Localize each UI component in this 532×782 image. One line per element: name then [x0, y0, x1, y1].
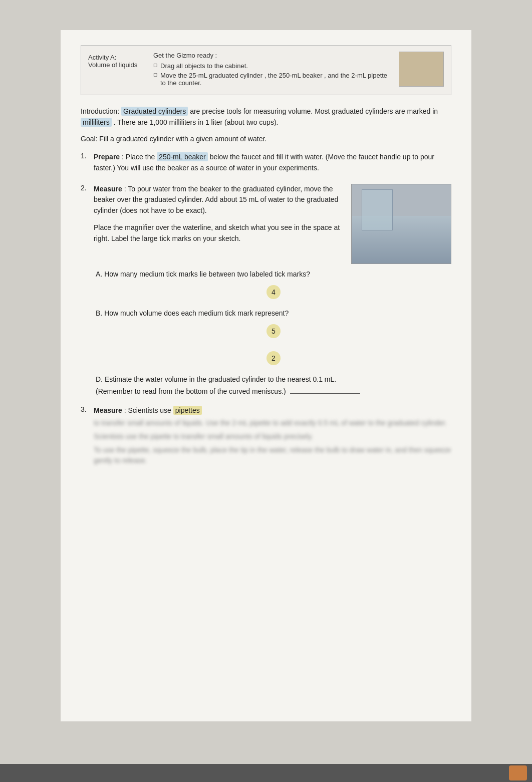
- step-3: 3. Measure : Scientists use pipettes to …: [81, 405, 451, 466]
- step-3-label: Measure: [94, 406, 122, 414]
- answer-bubble-a: 4: [267, 285, 281, 299]
- step-2-part2: Place the magnifier over the waterline, …: [94, 222, 343, 244]
- step-2: 2. Measure : To pour water from the beak…: [81, 184, 451, 395]
- step-3-blurred-content: to transfer small amounts of liquids. Us…: [94, 418, 451, 466]
- blurred-text-3: To use the pipette, squeeze the bulb, pl…: [94, 445, 451, 466]
- beaker-highlight: 250-mL beaker: [157, 152, 208, 161]
- sub-q-b-letter: B.: [96, 309, 102, 317]
- bottom-bar-button[interactable]: [509, 765, 527, 780]
- answer-bubble-b: 5: [267, 324, 281, 338]
- step-2-label: Measure: [94, 185, 122, 193]
- experiment-image: [351, 184, 451, 264]
- sub-q-d-note-text: (Remember to read from the bottom of the…: [96, 387, 286, 395]
- sub-q-a-answer-area: 4: [96, 282, 451, 302]
- gizmo-step-1: Drag all objects to the cabinet.: [153, 62, 394, 70]
- sub-question-d-header: D. Estimate the water volume in the grad…: [96, 375, 451, 383]
- sub-q-d-text: Estimate the water volume in the graduat…: [105, 375, 336, 383]
- step-2-number: 2.: [81, 184, 94, 216]
- sub-question-a: A. How many medium tick marks lie betwee…: [96, 270, 451, 302]
- sub-question-d: D. Estimate the water volume in the grad…: [96, 375, 451, 395]
- answer-bubble-c: 2: [267, 351, 281, 365]
- sub-question-b: B. How much volume does each medium tick…: [96, 309, 451, 341]
- goal-block: Goal: Fill a graduated cylinder with a g…: [81, 135, 451, 143]
- step-2-colon: : To pour water from the beaker to the g…: [94, 185, 338, 214]
- milliliters-highlight: milliliters: [81, 118, 112, 127]
- sub-q-d-letter: D.: [96, 375, 103, 383]
- sub-q-a-text: How many medium tick marks lie between t…: [104, 270, 310, 278]
- step-2-content: Measure : To pour water from the beaker …: [94, 184, 343, 216]
- introduction-block: Introduction: Graduated cylinders are pr…: [81, 106, 451, 128]
- intro-label: Introduction:: [81, 107, 119, 115]
- step-1-header: 1. Prepare : Place the 250-mL beaker bel…: [81, 152, 451, 173]
- sub-question-a-header: A. How many medium tick marks lie betwee…: [96, 270, 451, 278]
- gizmo-preview-image: [399, 52, 444, 87]
- gizmo-ready-box: Activity A: Volume of liquids Get the Gi…: [81, 45, 451, 95]
- step-2-with-image: 2. Measure : To pour water from the beak…: [81, 184, 451, 264]
- sub-q-c-answer-area: 2: [96, 348, 451, 368]
- intro-text-1: are precise tools for measuring volume. …: [190, 107, 438, 115]
- sub-questions: A. How many medium tick marks lie betwee…: [96, 270, 451, 395]
- gizmo-steps-list: Drag all objects to the cabinet. Move th…: [153, 62, 394, 87]
- goal-text: Goal: Fill a graduated cylinder with a g…: [81, 135, 267, 143]
- step-3-header: 3. Measure : Scientists use pipettes: [81, 405, 451, 416]
- activity-a-label: Activity A:: [88, 54, 153, 61]
- step-2-text-col: 2. Measure : To pour water from the beak…: [81, 184, 343, 264]
- step-3-number: 3.: [81, 405, 94, 416]
- graduated-cylinders-highlight: Graduated cylinders: [121, 107, 188, 116]
- step-2-header: 2. Measure : To pour water from the beak…: [81, 184, 343, 216]
- step-2-image-col: [351, 184, 451, 264]
- sub-q-b-text: How much volume does each medium tick ma…: [104, 309, 289, 317]
- step-1-colon: : Place the: [120, 153, 157, 161]
- step-3-content: Measure : Scientists use pipettes: [94, 405, 451, 416]
- step-1-number: 1.: [81, 152, 94, 173]
- blurred-text-1: to transfer small amounts of liquids. Us…: [94, 418, 451, 428]
- sub-q-b-answer-area: 5: [96, 321, 451, 341]
- sub-question-b-header: B. How much volume does each medium tick…: [96, 309, 451, 317]
- sub-question-c: 2: [96, 348, 451, 368]
- step-1: 1. Prepare : Place the 250-mL beaker bel…: [81, 152, 451, 173]
- main-page: Activity A: Volume of liquids Get the Gi…: [61, 30, 471, 721]
- bottom-bar: [0, 764, 532, 782]
- intro-text-2: . There are 1,000 milliliters in 1 liter…: [114, 118, 279, 126]
- activity-label: Activity A: Volume of liquids: [88, 52, 153, 89]
- get-ready-label: Get the Gizmo ready :: [153, 52, 394, 59]
- gizmo-step-2: Move the 25-mL graduated cylinder , the …: [153, 72, 394, 87]
- step-1-label: Prepare: [94, 153, 120, 161]
- pipettes-highlight: pipettes: [173, 406, 202, 415]
- answer-line-d: [290, 393, 360, 394]
- sub-q-a-letter: A.: [96, 270, 102, 278]
- blurred-text-2: Scientists use the pipette to transfer s…: [94, 431, 451, 442]
- gizmo-instructions: Get the Gizmo ready : Drag all objects t…: [153, 52, 394, 89]
- volume-label: Volume of liquids: [88, 61, 153, 69]
- sub-q-d-note: (Remember to read from the bottom of the…: [96, 387, 451, 395]
- step-3-colon: : Scientists use: [122, 406, 173, 414]
- step-1-content: Prepare : Place the 250-mL beaker below …: [94, 152, 451, 173]
